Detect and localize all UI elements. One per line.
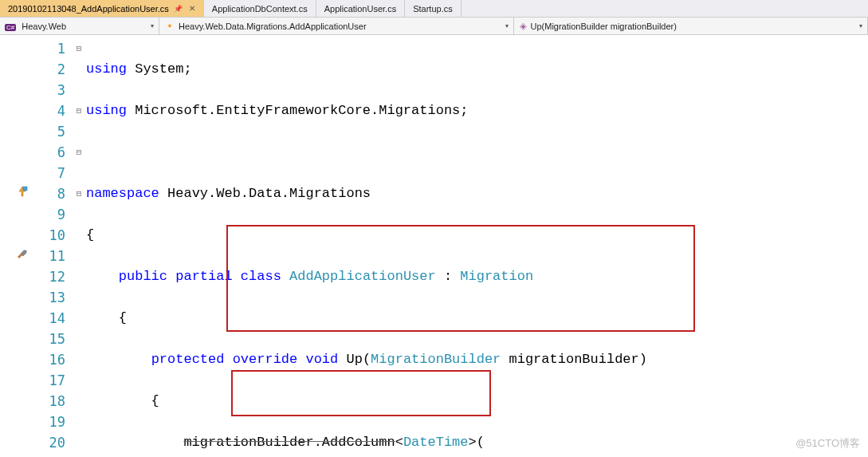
- nav-class-dropdown[interactable]: 🔸 Heavy.Web.Data.Migrations.AddApplicati…: [159, 18, 514, 34]
- nav-project-dropdown[interactable]: Heavy.Web ▾: [0, 18, 159, 34]
- method-icon: 🞛: [519, 22, 528, 31]
- fold-gutter: ⊟ ⊟ ⊟ ⊟: [72, 35, 86, 457]
- tab-startup[interactable]: Startup.cs: [405, 0, 461, 17]
- navigation-bar: Heavy.Web ▾ 🔸 Heavy.Web.Data.Migrations.…: [0, 18, 868, 35]
- class-icon: 🔸: [164, 21, 175, 31]
- pin-icon[interactable]: 📌: [174, 5, 183, 13]
- tab-bar: 20190102113048_AddApplicationUser.cs📌✕ A…: [0, 0, 868, 18]
- fold-toggle[interactable]: ⊟: [72, 100, 86, 121]
- tab-active-file[interactable]: 20190102113048_AddApplicationUser.cs📌✕: [0, 0, 204, 17]
- code-area[interactable]: using System; using Microsoft.EntityFram…: [86, 35, 868, 457]
- indicator-margin: [0, 35, 33, 457]
- csharp-icon: [5, 22, 18, 31]
- tab-appuser[interactable]: ApplicationUser.cs: [316, 0, 406, 17]
- override-up-icon[interactable]: [16, 185, 29, 198]
- build-hammer-icon[interactable]: [16, 247, 29, 260]
- svg-rect-0: [23, 187, 27, 191]
- chevron-down-icon: ▾: [859, 22, 862, 30]
- fold-toggle[interactable]: ⊟: [72, 38, 86, 59]
- chevron-down-icon: ▾: [151, 22, 154, 30]
- close-icon[interactable]: ✕: [189, 4, 195, 13]
- tab-dbcontext[interactable]: ApplicationDbContext.cs: [204, 0, 316, 17]
- code-editor[interactable]: 1 2 3 4 5 6 7 8 9 10 11 12 13 14 15 16 1…: [0, 35, 868, 457]
- line-number-gutter: 1 2 3 4 5 6 7 8 9 10 11 12 13 14 15 16 1…: [33, 35, 72, 457]
- fold-toggle[interactable]: ⊟: [72, 142, 86, 163]
- fold-toggle[interactable]: ⊟: [72, 183, 86, 204]
- chevron-down-icon: ▾: [505, 22, 509, 30]
- nav-member-dropdown[interactable]: 🞛 Up(MigrationBuilder migrationBuilder) …: [514, 18, 869, 34]
